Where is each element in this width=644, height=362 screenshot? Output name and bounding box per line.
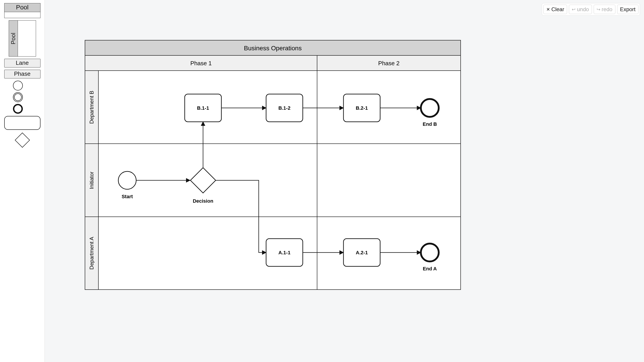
- svg-point-8: [118, 171, 136, 189]
- diagram-svg: Business Operations Phase 1 Phase 2 Depa…: [45, 0, 644, 362]
- svg-point-16: [421, 244, 439, 261]
- palette-lane[interactable]: Lane: [4, 59, 40, 67]
- node-b21[interactable]: B.2-1: [344, 94, 380, 122]
- palette-gateway[interactable]: [15, 133, 30, 147]
- node-a11[interactable]: A.1-1: [266, 239, 303, 266]
- palette-horizontal-pool-label: Pool: [4, 3, 40, 12]
- node-a11-label: A.1-1: [278, 250, 290, 255]
- diagram-canvas[interactable]: Business Operations Phase 1 Phase 2 Depa…: [45, 0, 644, 362]
- node-end-b-label: End B: [422, 121, 437, 127]
- lane-department-a-label[interactable]: Department A: [88, 237, 94, 270]
- palette-vertical-pool[interactable]: Pool: [9, 20, 36, 56]
- pool-title: Business Operations: [244, 45, 302, 52]
- node-start-label: Start: [122, 194, 133, 199]
- node-decision-label: Decision: [193, 198, 213, 204]
- palette-phase-label: Phase: [14, 70, 31, 77]
- palette-vertical-pool-label: Pool: [10, 33, 17, 44]
- node-end-a-label: End A: [423, 266, 437, 272]
- palette-horizontal-pool[interactable]: Pool: [4, 3, 40, 18]
- palette-end-event[interactable]: [13, 104, 23, 114]
- svg-point-13: [421, 99, 439, 117]
- node-a21[interactable]: A.2-1: [344, 239, 380, 266]
- node-b12-label: B.1-2: [278, 105, 290, 111]
- node-b12[interactable]: B.1-2: [266, 94, 303, 122]
- node-a21-label: A.2-1: [356, 250, 368, 255]
- palette-lane-label: Lane: [16, 59, 29, 66]
- node-b11-label: B.1-1: [197, 105, 209, 111]
- node-b21-label: B.2-1: [356, 105, 368, 111]
- phase-2-label[interactable]: Phase 2: [378, 60, 399, 67]
- palette-start-event[interactable]: [13, 81, 23, 90]
- lane-initiator-label[interactable]: Initiator: [88, 172, 94, 189]
- node-end-a[interactable]: End A: [421, 244, 439, 272]
- shape-palette: Pool Pool Lane Phase: [0, 0, 45, 362]
- node-end-b[interactable]: End B: [421, 99, 439, 127]
- palette-phase[interactable]: Phase: [4, 70, 40, 78]
- lane-department-b-label[interactable]: Department B: [88, 91, 94, 124]
- app-root: Pool Pool Lane Phase ✕ Clear: [0, 0, 644, 362]
- palette-intermediate-event[interactable]: [13, 92, 23, 102]
- palette-task[interactable]: [4, 116, 40, 130]
- node-b11[interactable]: B.1-1: [185, 94, 222, 122]
- phase-1-label[interactable]: Phase 1: [190, 60, 212, 67]
